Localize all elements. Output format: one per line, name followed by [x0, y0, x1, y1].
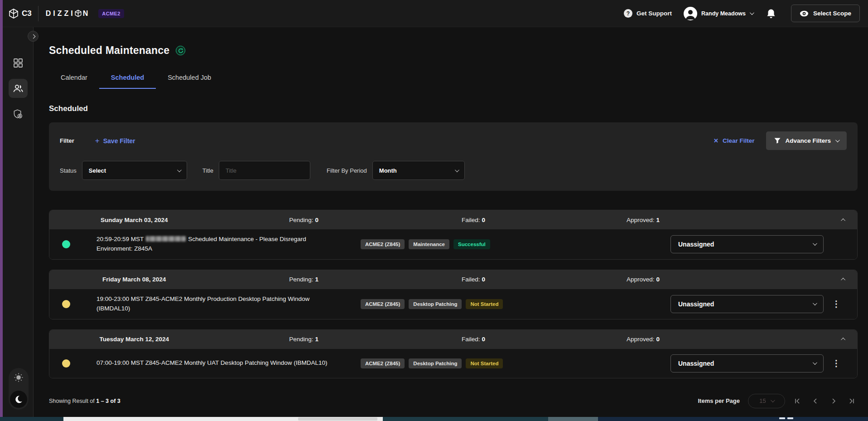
previous-page-button[interactable]: [810, 395, 821, 407]
chevron-down-icon: [455, 168, 459, 172]
background-window-preview[interactable]: [63, 417, 383, 421]
select-scope-button[interactable]: Select Scope: [791, 5, 860, 22]
status-select[interactable]: Select: [82, 161, 187, 180]
type-badge: Desktop Patching: [409, 358, 462, 368]
taskbar-segment: [598, 417, 868, 421]
chevron-down-icon: [813, 242, 817, 246]
next-page-button[interactable]: [828, 395, 839, 407]
period-select[interactable]: Month: [372, 161, 465, 180]
dark-mode-moon-icon[interactable]: [10, 391, 27, 408]
advance-filters-label: Advance Filters: [785, 137, 831, 144]
collapse-chevron-up-icon[interactable]: [842, 218, 857, 222]
brand-hex-icon: [75, 10, 83, 17]
advance-filters-button[interactable]: Advance Filters: [766, 131, 847, 150]
group-card: Sunday March 03, 2024 Pending:0 Failed:0…: [49, 210, 858, 260]
sidebar-item-dashboard[interactable]: [9, 53, 28, 73]
c3-cube-icon: [8, 8, 19, 19]
light-mode-sun-icon[interactable]: [14, 373, 24, 382]
group-header[interactable]: Friday March 08, 2024 Pending:1 Failed:0…: [49, 270, 857, 289]
assignee-select[interactable]: Unassigned: [670, 354, 824, 373]
maintenance-row: 20:59-20:59 MSTScheduled Maintenance - P…: [49, 229, 857, 259]
status-badge: Successful: [453, 239, 490, 249]
background-window-button: [298, 417, 377, 421]
tab-calendar[interactable]: Calendar: [49, 69, 99, 89]
shield-user-icon: [13, 109, 23, 119]
background-window-edge: [0, 0, 3, 417]
results-summary: Showing Result of 1 – 3 of 3: [49, 398, 121, 404]
row-badges: ACME2 (Z845) Desktop Patching Not Starte…: [361, 358, 503, 368]
kebab-menu-icon[interactable]: ⋮: [832, 300, 841, 308]
page-title: Scheduled Maintenance: [49, 44, 169, 57]
tab-scheduled[interactable]: Scheduled: [99, 69, 156, 89]
sidebar-item-security[interactable]: [9, 104, 28, 123]
failed-count: Failed:0: [389, 276, 558, 283]
plus-icon: +: [95, 136, 100, 145]
results-footer: Showing Result of 1 – 3 of 3 Items per P…: [49, 394, 858, 408]
chevron-down-icon: [771, 398, 775, 402]
clear-filter-button[interactable]: ✕ Clear Filter: [714, 137, 754, 144]
org-env-badge: ACME2 (Z845): [361, 239, 405, 249]
section-title: Scheduled: [49, 104, 858, 113]
group-date: Sunday March 03, 2024: [49, 217, 219, 223]
first-page-button[interactable]: [791, 395, 803, 407]
sidebar: [3, 27, 34, 417]
page-size-select[interactable]: 15: [748, 394, 785, 408]
dizzion-logo[interactable]: DIZZI N: [46, 10, 91, 18]
refresh-icon[interactable]: [176, 46, 185, 55]
assignee-value: Unassigned: [678, 360, 714, 367]
status-badge: Not Started: [466, 299, 503, 309]
brand-text-left: DIZZI: [46, 10, 75, 18]
group-header[interactable]: Sunday March 03, 2024 Pending:0 Failed:0…: [49, 210, 857, 229]
pending-count: Pending:0: [219, 217, 388, 223]
avatar-icon: [684, 7, 697, 20]
redacted-text: [146, 236, 186, 242]
select-scope-label: Select Scope: [813, 10, 851, 17]
approved-count: Approved:0: [558, 276, 728, 283]
maintenance-groups: Sunday March 03, 2024 Pending:0 Failed:0…: [49, 210, 858, 378]
notifications-bell-icon[interactable]: [767, 9, 776, 19]
get-support-button[interactable]: ? Get Support: [624, 9, 672, 18]
org-env-badge: ACME2 (Z845): [361, 299, 405, 309]
title-input[interactable]: [219, 161, 310, 180]
assignee-select[interactable]: Unassigned: [670, 235, 824, 253]
row-title: 19:00-23:00 MST Z845-ACME2 Monthly Produ…: [96, 295, 343, 314]
status-label: Status: [60, 167, 77, 174]
taskbar-clock-partial: [779, 417, 793, 419]
filter-card: Filter + Save Filter ✕ Clear Filter Adva…: [49, 122, 858, 191]
c3-logo[interactable]: C3: [8, 8, 32, 19]
row-title: 20:59-20:59 MSTScheduled Maintenance - P…: [96, 235, 343, 254]
chevron-down-icon: [835, 138, 840, 142]
status-select-value: Select: [89, 167, 106, 174]
get-support-label: Get Support: [637, 10, 672, 17]
title-label: Title: [203, 167, 213, 174]
maintenance-row: 19:00-23:00 MST Z845-ACME2 Monthly Produ…: [49, 289, 857, 319]
group-card: Tuesday March 12, 2024 Pending:1 Failed:…: [49, 329, 858, 378]
tab-scheduled-job[interactable]: Scheduled Job: [156, 69, 223, 89]
close-icon: ✕: [714, 137, 719, 144]
approved-count: Approved:0: [558, 336, 728, 343]
period-select-value: Month: [379, 167, 397, 174]
status-dot-success: [62, 240, 70, 248]
collapse-chevron-up-icon[interactable]: [842, 278, 857, 281]
taskbar-app-buttons[interactable]: [548, 417, 598, 421]
status-dot-pending: [62, 300, 70, 308]
assignee-select[interactable]: Unassigned: [670, 295, 824, 313]
app-screen: C3 DIZZI N ACME2 ? Get Support: [0, 0, 868, 421]
page-title-row: Scheduled Maintenance: [49, 44, 858, 57]
sidebar-item-users[interactable]: [9, 79, 28, 98]
filter-fields: Status Select Title Filter By Period Mon…: [60, 161, 847, 180]
status-dot-pending: [62, 359, 70, 368]
last-page-button[interactable]: [846, 395, 858, 407]
sidebar-expand-button[interactable]: [28, 31, 39, 42]
org-badge: ACME2: [98, 9, 124, 18]
help-icon: ?: [624, 9, 632, 18]
group-header[interactable]: Tuesday March 12, 2024 Pending:1 Failed:…: [49, 330, 857, 349]
collapse-chevron-up-icon[interactable]: [842, 338, 857, 341]
failed-count: Failed:0: [389, 336, 558, 343]
pagination: Items per Page 15: [698, 394, 858, 408]
chevron-right-icon: [31, 34, 35, 39]
save-filter-button[interactable]: + Save Filter: [95, 136, 135, 145]
chevron-down-icon: [177, 168, 182, 172]
user-menu[interactable]: Randy Meadows: [684, 7, 753, 20]
kebab-menu-icon[interactable]: ⋮: [832, 359, 841, 368]
